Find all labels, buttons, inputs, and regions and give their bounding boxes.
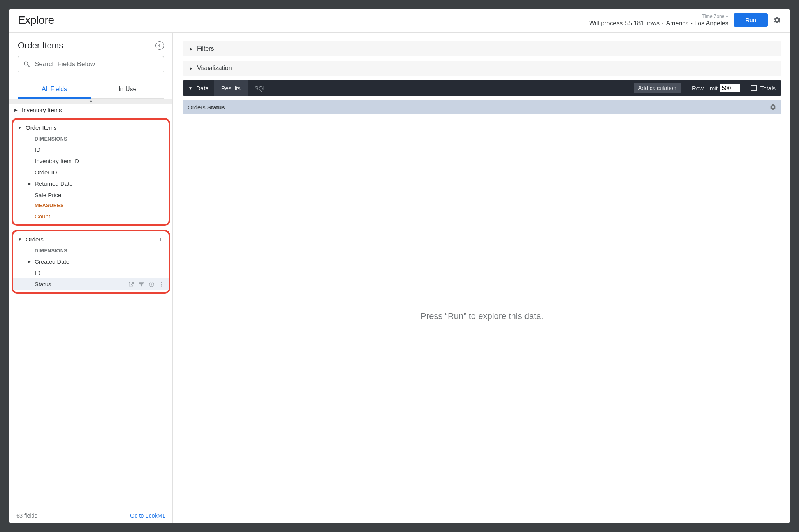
scroll-up-arrow[interactable]: ▲ [9,99,172,104]
field-id[interactable]: ID [13,144,169,155]
caret-right-icon: ▶ [28,259,31,264]
field-order-id[interactable]: Order ID [13,167,169,178]
body: Order Items All Fields In Use ▲ ▶ [9,33,790,523]
filter-icon[interactable] [138,281,144,287]
main-panel: ▶ Filters ▶ Visualization ▼ Data Results… [173,33,790,523]
section-order-items[interactable]: ▼ Order Items [13,121,169,134]
status-sep: · [662,20,663,27]
timezone-selector[interactable]: Time Zone ▾ [702,14,729,19]
add-calculation-button[interactable]: Add calculation [634,83,681,93]
row-limit-group: Row Limit [686,80,746,96]
data-label: Data [196,85,209,92]
explore-name: Order Items [18,41,63,51]
location-text: America - Los Angeles [666,20,728,27]
caret-right-icon: ▶ [28,181,31,186]
caret-right-icon: ▶ [189,66,193,70]
caret-down-icon: ▼ [18,237,22,241]
field-label: Returned Date [35,180,73,187]
dimensions-subhead: DIMENSIONS [13,134,169,144]
field-tabs: All Fields In Use [18,81,164,99]
tab-all-fields[interactable]: All Fields [18,81,91,98]
highlight-order-items: ▼ Order Items DIMENSIONS ID Inventory It… [12,118,170,226]
section-selected-count: 1 [159,236,165,243]
svg-rect-2 [151,283,151,283]
tab-results[interactable]: Results [214,80,248,96]
sidebar-footer: 63 fields Go to LookML [9,509,172,523]
header-status: Time Zone ▾ Will process 55,181 rows · A… [589,14,728,27]
status-prefix: Will process [589,20,623,27]
run-button[interactable]: Run [734,13,768,27]
checkbox-icon [751,85,757,91]
run-placeholder: Press “Run” to explore this data. [183,118,781,514]
measures-subhead: MEASURES [13,201,169,211]
data-bar-right: Add calculation [628,80,686,96]
column-header-row: Orders Status [183,100,781,114]
placeholder-text: Press “Run” to explore this data. [421,311,543,321]
sidebar-header: Order Items All Fields In Use [9,33,172,99]
totals-label: Totals [760,85,776,92]
svg-point-3 [161,282,162,283]
gear-icon[interactable] [773,16,781,24]
info-outline-icon[interactable] [148,281,155,287]
column-gear-icon[interactable] [769,104,776,111]
caret-right-icon: ▶ [14,108,18,112]
field-returned-date[interactable]: ▶Returned Date [13,178,169,189]
row-limit-input[interactable] [720,84,740,92]
field-label: ID [35,270,40,276]
filters-section[interactable]: ▶ Filters [183,41,781,56]
chevron-down-icon: ▾ [726,14,728,19]
field-actions [128,281,165,287]
caret-down-icon: ▼ [188,86,192,90]
svg-point-4 [161,284,162,284]
app-window: Explore Time Zone ▾ Will process 55,181 … [9,9,790,523]
collapse-sidebar-button[interactable] [155,41,164,50]
field-orders-id[interactable]: ID [13,267,169,278]
visualization-label: Visualization [197,65,232,72]
search-input[interactable] [35,60,159,68]
row-limit-label: Row Limit [692,85,718,92]
timezone-label-text: Time Zone [702,14,725,19]
tab-in-use[interactable]: In Use [91,81,164,98]
header-bar: Explore Time Zone ▾ Will process 55,181 … [9,9,790,33]
field-inventory-item-id[interactable]: Inventory Item ID [13,155,169,167]
field-label: Order ID [35,169,57,176]
section-label: Orders [26,236,44,243]
search-field[interactable] [18,56,164,72]
pivot-icon[interactable] [128,281,134,287]
field-count[interactable]: Count [13,211,169,222]
search-icon [23,60,31,68]
totals-toggle[interactable]: Totals [746,80,781,96]
field-picker[interactable]: ▲ ▶ Inventory Items ▼ Order Items DIMENS… [9,99,172,509]
section-label: Inventory Items [22,107,62,113]
caret-down-icon: ▼ [18,125,22,130]
section-inventory-items[interactable]: ▶ Inventory Items [9,104,172,116]
data-bar: ▼ Data Results SQL Add calculation Row L… [183,80,781,96]
column-field[interactable]: Status [207,104,225,111]
column-group[interactable]: Orders [188,104,206,111]
svg-point-5 [161,285,162,286]
status-suffix: rows [646,20,660,27]
tab-sql[interactable]: SQL [248,80,273,96]
field-label: Sale Price [35,192,61,198]
field-label: Status [35,281,51,287]
page-title: Explore [18,14,54,26]
chevron-left-icon [158,44,162,48]
sidebar: Order Items All Fields In Use ▲ ▶ [9,33,173,523]
field-sale-price[interactable]: Sale Price [13,189,169,201]
field-label: Inventory Item ID [35,158,79,164]
svg-rect-1 [151,284,151,285]
field-created-date[interactable]: ▶Created Date [13,256,169,267]
field-label: ID [35,146,40,153]
caret-right-icon: ▶ [189,47,193,51]
go-to-lookml-link[interactable]: Go to LookML [130,513,165,519]
visualization-section[interactable]: ▶ Visualization [183,61,781,76]
highlight-orders: ▼ Orders 1 DIMENSIONS ▶Created Date ID S… [12,230,170,294]
row-count: 55,181 [625,20,644,27]
field-orders-status[interactable]: Status [13,278,169,290]
field-count-text: 63 fields [16,513,37,519]
section-orders[interactable]: ▼ Orders 1 [13,233,169,246]
section-label: Order Items [26,124,56,131]
data-section-toggle[interactable]: ▼ Data [183,80,214,96]
field-label: Count [35,213,50,220]
kebab-icon[interactable] [158,281,165,287]
